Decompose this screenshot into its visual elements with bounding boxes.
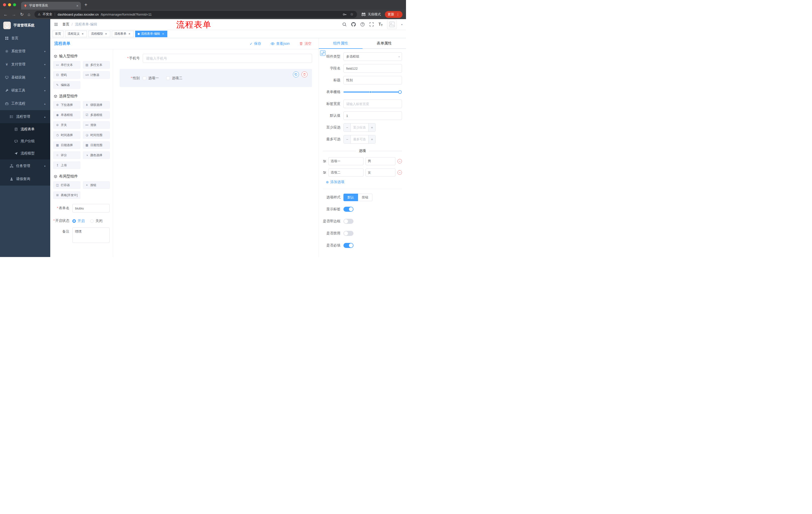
min-select-input[interactable]	[351, 124, 368, 132]
checkbox-icon[interactable]	[143, 77, 146, 80]
required-switch[interactable]	[343, 243, 353, 248]
palette-item-counter[interactable]: 123计数器	[83, 71, 110, 79]
option-label-input[interactable]	[328, 168, 364, 177]
show-label-switch[interactable]	[343, 207, 353, 212]
bookmark-star-icon[interactable]: ☆	[350, 12, 353, 17]
sidebar-item-payment-mgmt[interactable]: ¥ 支付管理 ▾	[0, 58, 50, 71]
palette-item-color-picker[interactable]: ◑颜色选择	[83, 152, 110, 159]
checkbox-option-1[interactable]: 选项一	[143, 76, 159, 80]
tag-process-model[interactable]: 流程模型×	[88, 31, 110, 37]
avatar-caret-down-icon[interactable]: ▾	[401, 23, 403, 26]
sidebar-item-system-mgmt[interactable]: 系统管理 ▾	[0, 45, 50, 58]
status-on-radio[interactable]: 开启	[72, 219, 85, 223]
max-select-input[interactable]	[351, 135, 368, 143]
palette-item-time-picker[interactable]: ◷时间选择	[53, 131, 80, 139]
hamburger-menu-icon[interactable]	[54, 22, 58, 27]
palette-item-date-picker[interactable]: ▦日期选择	[53, 141, 80, 149]
sidebar-item-process-model[interactable]: 流程模型	[0, 147, 50, 159]
palette-item-switch[interactable]: ⊜开关	[53, 121, 80, 129]
window-close-button[interactable]	[3, 3, 6, 6]
save-button[interactable]: ✓保存	[250, 42, 261, 46]
sidebar-item-user-group[interactable]: 用户分组	[0, 135, 50, 147]
palette-item-cascader[interactable]: ⋔级联选择	[83, 101, 110, 109]
clear-button[interactable]: 清空	[299, 42, 312, 46]
github-icon[interactable]	[351, 22, 356, 27]
close-icon[interactable]: ×	[161, 32, 165, 36]
palette-item-row-container[interactable]: ◫行容器	[53, 181, 80, 189]
palette-item-password[interactable]: ⊡密码	[53, 71, 80, 79]
remove-option-button[interactable]: −	[398, 159, 402, 163]
sidebar-item-process-mgmt[interactable]: 流程管理 ▴	[0, 110, 50, 123]
decrease-button[interactable]: −	[344, 124, 351, 132]
palette-item-checkbox-group[interactable]: ☑多选框组	[83, 111, 110, 119]
tag-process-definition[interactable]: 流程定义×	[65, 31, 87, 37]
palette-item-upload[interactable]: ↥上传	[53, 161, 80, 169]
drag-handle-icon[interactable]	[323, 159, 326, 163]
phone-input[interactable]	[143, 54, 312, 63]
copy-component-button[interactable]	[293, 72, 299, 77]
new-tab-button[interactable]: +	[84, 2, 87, 7]
palette-item-multi-line-text[interactable]: ▤多行文本	[83, 61, 110, 69]
decrease-button[interactable]: −	[344, 135, 351, 143]
style-default-button[interactable]: 默认	[343, 194, 358, 201]
form-name-input[interactable]	[72, 204, 110, 213]
font-size-icon[interactable]: TT	[378, 22, 383, 27]
reload-button[interactable]: ↻	[20, 12, 24, 17]
browser-tab[interactable]: 芋道管理系统 ×	[21, 2, 81, 9]
browser-menu-icon[interactable]: ⋮	[396, 12, 400, 16]
security-label[interactable]: 不安全	[42, 12, 52, 17]
border-switch[interactable]	[343, 219, 353, 224]
breadcrumb-home[interactable]: 首页	[62, 22, 69, 27]
remove-option-button[interactable]: −	[398, 170, 402, 175]
add-option-button[interactable]: ⊕ 添加选项	[326, 180, 402, 184]
tab-close-icon[interactable]: ×	[76, 4, 78, 8]
link-icon[interactable]	[320, 50, 326, 56]
sidebar-item-infrastructure[interactable]: 基础设施 ▾	[0, 71, 50, 84]
option-label-input[interactable]	[328, 157, 364, 165]
max-select-stepper[interactable]: −+	[343, 135, 376, 143]
close-icon[interactable]: ×	[104, 32, 108, 36]
component-type-select[interactable]: ▾	[343, 52, 402, 61]
tag-home[interactable]: 首页	[53, 31, 63, 37]
canvas-field-gender-selected[interactable]: *性别 选项一 选项二	[120, 69, 312, 87]
canvas-field-phone[interactable]: *手机号	[120, 54, 312, 63]
search-icon[interactable]	[342, 22, 347, 27]
tab-component-props[interactable]: 组件属性	[319, 38, 362, 48]
sidebar-item-dev-tools[interactable]: 研发工具 ▾	[0, 84, 50, 97]
window-zoom-button[interactable]	[13, 3, 16, 6]
close-icon[interactable]: ×	[81, 32, 84, 36]
sidebar-logo[interactable]: 芋道管理系统	[0, 19, 50, 32]
sidebar-item-home[interactable]: 首页	[0, 32, 50, 45]
palette-item-rate[interactable]: ☆评分	[53, 152, 80, 159]
title-input[interactable]	[343, 76, 402, 84]
palette-item-single-line-text[interactable]: ▭单行文本	[53, 61, 80, 69]
drag-handle-icon[interactable]	[323, 171, 326, 174]
default-value-input[interactable]	[343, 111, 402, 120]
sidebar-item-process-form[interactable]: 流程表单	[0, 123, 50, 135]
palette-item-button[interactable]: ⌖按钮	[83, 181, 110, 189]
tab-form-props[interactable]: 表单属性	[362, 38, 406, 48]
url-omnibox[interactable]: ⚠ 不安全 dashboard.yudao.iocoder.cn /bpm/ma…	[34, 11, 357, 18]
view-json-button[interactable]: 查看json	[270, 42, 290, 46]
tag-process-form-edit[interactable]: 流程表单-编辑×	[135, 31, 167, 37]
password-key-icon[interactable]	[343, 12, 347, 17]
sidebar-item-leave-query[interactable]: 请假查询	[0, 172, 50, 186]
help-icon[interactable]	[360, 22, 365, 27]
sidebar-item-task-mgmt[interactable]: 任务管理 ▾	[0, 159, 50, 172]
option-value-input[interactable]	[366, 157, 396, 165]
palette-item-editor[interactable]: ✎编辑器	[53, 81, 80, 89]
status-off-radio[interactable]: 关闭	[90, 219, 103, 223]
palette-item-date-range[interactable]: ▩日期范围	[83, 141, 110, 149]
fullscreen-icon[interactable]	[369, 22, 374, 27]
slider-handle[interactable]	[398, 90, 402, 94]
style-button-button[interactable]: 按钮	[358, 194, 372, 201]
min-select-stepper[interactable]: −+	[343, 123, 376, 132]
palette-item-time-range[interactable]: ◶时间范围	[83, 131, 110, 139]
avatar[interactable]	[387, 20, 397, 29]
checkbox-icon[interactable]	[166, 77, 170, 80]
palette-item-slider[interactable]: ⊷滑块	[83, 121, 110, 129]
disabled-switch[interactable]	[343, 231, 353, 236]
window-minimize-button[interactable]	[8, 3, 11, 6]
increase-button[interactable]: +	[368, 135, 375, 143]
palette-item-dropdown[interactable]: ⊚下拉选择	[53, 101, 80, 109]
